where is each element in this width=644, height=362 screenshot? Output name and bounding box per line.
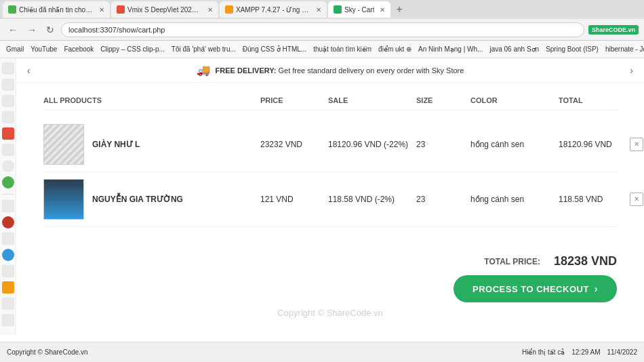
sidebar-icon-9[interactable]: [2, 200, 14, 212]
checkout-button-label: PROCESS TO CHECKOUT: [472, 284, 589, 294]
banner-text: FREE DELIVERY: Get free standard deliver…: [216, 66, 464, 75]
remove-item-2[interactable]: [626, 193, 644, 206]
tab-favicon: [8, 5, 16, 14]
tab-label-vmix: Vmix S DeepViet 2022 hd...: [127, 6, 202, 14]
sidebar-icon-3[interactable]: [2, 95, 14, 107]
product-name-2: NGUYỄN GIA TRƯỜNG: [92, 195, 183, 204]
bookmark-diem[interactable]: điểm ukt ⊕: [376, 45, 414, 53]
header-sale: SALE: [328, 96, 416, 104]
tab-favicon-xampp: [225, 5, 233, 14]
total-2: 118.58 VND: [559, 195, 626, 204]
tab-bar: Chiều đã nhắn tin cho bạn ✕ Vmix S DeepV…: [0, 0, 644, 19]
logo-area: ShareCODE.vn: [588, 25, 639, 35]
bookmark-spring[interactable]: Spring Boot (ISP): [544, 45, 601, 53]
tab-chieudan[interactable]: Chiều đã nhắn tin cho bạn ✕: [3, 1, 110, 18]
cart-row-2: NGUYỄN GIA TRƯỜNG 121 VND 118.58 VND (-2…: [43, 172, 617, 227]
sidebar-icon-11[interactable]: [2, 233, 14, 245]
checkout-arrow-icon: ›: [595, 283, 598, 294]
status-bar-right: Hiển thị tất cả 12:29 AM 11/4/2022: [522, 348, 637, 356]
total-price-label: TOTAL PRICE:: [484, 257, 540, 266]
sidebar-icon-14[interactable]: [2, 281, 14, 294]
header-total: TOTAL: [559, 96, 626, 104]
bookmark-hibernate[interactable]: hibernate - Joining t...: [603, 45, 644, 53]
main-content: ‹ 🚚 FREE DELIVERY: Get free standard del…: [16, 58, 644, 342]
header-action: [626, 96, 644, 104]
sidebar-icon-7[interactable]: [2, 160, 14, 172]
header-size: SIZE: [416, 96, 470, 104]
checkout-section: PROCESS TO CHECKOUT ›: [16, 275, 644, 316]
show-all-label[interactable]: Hiển thị tất cả: [522, 348, 565, 356]
bookmark-algo[interactable]: thuật toán tìm kiếm: [311, 45, 374, 53]
tab-close-vmix[interactable]: ✕: [207, 6, 213, 14]
sidebar-icon-4[interactable]: [2, 111, 14, 123]
delivery-truck-icon: 🚚: [197, 64, 210, 77]
product-img-pattern-2: [44, 180, 83, 219]
tab-favicon-cart: [334, 5, 342, 14]
product-image-1: [43, 124, 84, 165]
tab-close-xampp[interactable]: ✕: [316, 6, 321, 14]
browser-chrome: Chiều đã nhắn tin cho bạn ✕ Vmix S DeepV…: [0, 0, 644, 59]
sale-2: 118.58 VND (-2%): [328, 195, 416, 204]
product-img-pattern-1: [44, 125, 83, 164]
address-bar: ← → ↻ localhost:3307/show/cart.php Share…: [0, 19, 644, 41]
cart-row-1: GIÀY NHƯ L 23232 VND 18120.96 VND (-22%)…: [43, 117, 617, 172]
bookmarks-bar: Gmail YouTube Facebook Clippy – CSS clip…: [0, 41, 644, 58]
sidebar-icon-8[interactable]: [2, 176, 14, 188]
tab-close[interactable]: ✕: [99, 6, 104, 14]
back-button[interactable]: ←: [5, 23, 20, 37]
cart-table-header: ALL PRODUCTS PRICE SALE SIZE COLOR TOTAL: [43, 96, 617, 110]
status-bar: Copyright © ShareCode.vn Hiển thị tất cả…: [0, 342, 644, 362]
sidebar-divider: [2, 194, 14, 195]
bookmark-web[interactable]: Tôi đã 'phá' web tru...: [169, 45, 238, 53]
banner-bold: FREE DELIVERY:: [216, 66, 277, 75]
product-image-2: [43, 179, 84, 220]
bookmark-css[interactable]: Đúng CSS ở HTML...: [241, 45, 308, 53]
product-cell-2: NGUYỄN GIA TRƯỜNG: [43, 179, 260, 220]
sidebar-icon-10[interactable]: [2, 216, 14, 228]
sidebar-icon-6[interactable]: [2, 144, 14, 156]
tab-label-cart: Sky - Cart: [344, 6, 374, 14]
tab-close-cart[interactable]: ✕: [380, 6, 385, 14]
bookmark-anninh[interactable]: An Ninh Mạng | Wh...: [416, 45, 485, 53]
price-2: 121 VND: [260, 195, 328, 204]
sharecode-logo: ShareCODE.vn: [588, 25, 639, 35]
sidebar-icon-15[interactable]: [2, 298, 14, 310]
sidebar: [0, 58, 16, 335]
tab-xampp[interactable]: XAMPP 7.4.27 - Ứng dụng tr... ✕: [220, 1, 327, 18]
new-tab-button[interactable]: +: [392, 3, 406, 16]
banner-prev-arrow[interactable]: ‹: [27, 65, 31, 76]
sidebar-icon-5[interactable]: [2, 127, 14, 140]
banner-next-arrow[interactable]: ›: [630, 65, 633, 76]
bookmark-youtube[interactable]: YouTube: [28, 45, 59, 53]
color-2: hồng cánh sen: [470, 195, 559, 204]
sidebar-icon-2[interactable]: [2, 79, 14, 91]
product-cell-1: GIÀY NHƯ L: [43, 124, 260, 165]
remove-item-1[interactable]: [626, 138, 644, 151]
tab-favicon-vmix: [117, 5, 125, 14]
sidebar-icon-1[interactable]: [2, 62, 14, 75]
tab-label-xampp: XAMPP 7.4.27 - Ứng dụng tr...: [236, 6, 310, 14]
size-2: 23: [416, 195, 470, 204]
product-name-1: GIÀY NHƯ L: [92, 140, 140, 149]
total-price-value: 18238 VND: [554, 254, 617, 268]
sidebar-icon-13[interactable]: [2, 265, 14, 277]
header-price: PRICE: [260, 96, 328, 104]
bookmark-gmail[interactable]: Gmail: [4, 45, 26, 53]
tab-vmix[interactable]: Vmix S DeepViet 2022 hd... ✕: [111, 1, 218, 18]
sidebar-icon-16[interactable]: [2, 314, 14, 326]
header-products: ALL PRODUCTS: [43, 96, 260, 104]
forward-button[interactable]: →: [24, 23, 39, 37]
url-input[interactable]: localhost:3307/show/cart.php: [61, 22, 584, 37]
banner-normal: Get free standard delivery on every orde…: [279, 66, 464, 75]
tab-label: Chiều đã nhắn tin cho bạn: [19, 6, 94, 14]
tab-cart[interactable]: Sky - Cart ✕: [328, 1, 390, 18]
footer-copyright: Copyright © ShareCode.vn: [7, 348, 88, 356]
bookmark-java[interactable]: java 06 anh Sơn: [487, 45, 541, 53]
color-1: hồng cánh sen: [470, 140, 559, 149]
bookmark-clippy[interactable]: Clippy – CSS clip-p...: [98, 45, 166, 53]
reload-button[interactable]: ↻: [43, 23, 57, 37]
checkout-button[interactable]: PROCESS TO CHECKOUT ›: [454, 275, 617, 302]
bookmark-facebook[interactable]: Facebook: [62, 45, 96, 53]
delivery-banner: ‹ 🚚 FREE DELIVERY: Get free standard del…: [16, 58, 644, 83]
sidebar-icon-12[interactable]: [2, 249, 14, 261]
